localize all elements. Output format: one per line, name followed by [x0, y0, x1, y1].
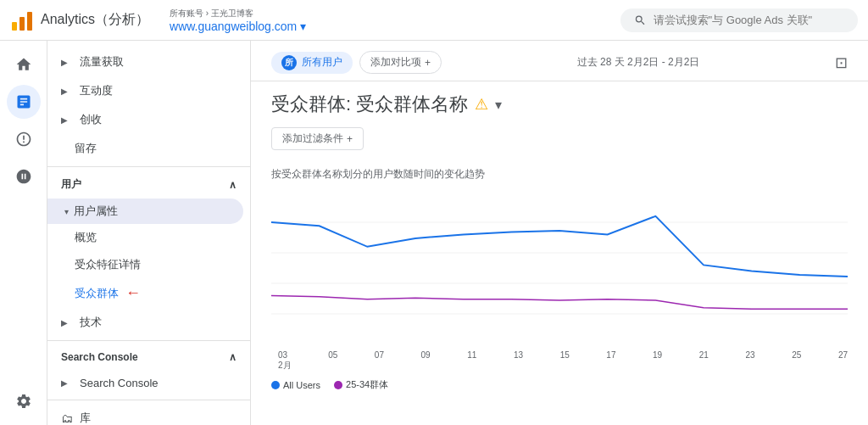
- legend-dot-segment: [334, 381, 342, 389]
- sidebar-item-engagement[interactable]: ▶ 互动度: [47, 76, 250, 105]
- user-attrs-expand-icon: ▾: [64, 207, 69, 216]
- page-title-area: 受众群体: 受众群体名称 ⚠ ▾: [251, 81, 868, 124]
- sidebar-item-search-console-label: Search Console: [80, 377, 236, 389]
- sidebar-item-library[interactable]: 🗂 库: [47, 404, 250, 425]
- sidebar-section-users[interactable]: 用户 ∧: [47, 171, 250, 199]
- chart-section: 按受众群体名称划分的用户数随时间的变化趋势: [251, 160, 868, 392]
- traffic-expand-icon: ▶: [61, 58, 68, 67]
- sidebar-divider-2: [47, 340, 250, 341]
- analytics-logo-icon: [10, 8, 34, 32]
- sidebar-item-traffic-label: 流量获取: [80, 54, 236, 70]
- sidebar-item-demographics[interactable]: 受众特征详情: [47, 251, 250, 278]
- chart-container: 032月 05 07 09 11 13 15 17 19 21 23 25 27: [271, 192, 848, 378]
- library-folder-icon: 🗂: [61, 411, 73, 425]
- advertising-nav-btn[interactable]: [7, 159, 41, 193]
- add-filter-btn[interactable]: 添加过滤条件 +: [271, 127, 364, 150]
- sidebar-item-retention-label: 留存: [61, 141, 236, 156]
- x-label-6: 13: [514, 350, 523, 372]
- sidebar-item-tech-label: 技术: [80, 315, 236, 330]
- add-compare-btn[interactable]: 添加对比项 +: [359, 51, 442, 74]
- x-label-5: 11: [467, 350, 476, 372]
- search-icon: [634, 14, 647, 27]
- sidebar-item-overview[interactable]: 概览: [47, 224, 250, 251]
- breadcrumb-domain[interactable]: www.guangweiblog.com ▾: [170, 20, 306, 33]
- sidebar-item-tech[interactable]: ▶ 技术: [47, 308, 250, 337]
- legend-dot-users: [271, 381, 280, 389]
- audiences-label: 受众群体: [75, 286, 119, 301]
- sidebar-item-traffic[interactable]: ▶ 流量获取: [47, 48, 250, 76]
- segment-label: 所有用户: [302, 55, 342, 70]
- search-console-collapse-icon: ∧: [229, 351, 236, 363]
- page-title: 受众群体: 受众群体名称 ⚠ ▾: [271, 92, 848, 117]
- app-title: Analytics（分析）: [41, 11, 149, 29]
- x-label-10: 21: [699, 350, 709, 372]
- page-title-text: 受众群体: 受众群体名称: [271, 92, 468, 117]
- date-range: 过去 28 天 2月2日 - 2月2日: [577, 55, 700, 70]
- home-nav-btn[interactable]: [7, 48, 41, 81]
- sidebar-item-library-label: 库: [80, 411, 236, 425]
- breadcrumb-area: 所有账号 › 王光卫博客 www.guangweiblog.com ▾: [170, 8, 306, 33]
- legend-all-users: All Users: [271, 378, 320, 391]
- breadcrumb-top: 所有账号 › 王光卫博客: [170, 8, 306, 20]
- reports-nav-btn[interactable]: [7, 85, 41, 119]
- content-header: 所 所有用户 添加对比项 + 过去 28 天 2月2日 - 2月2日 ⊡: [251, 41, 868, 81]
- sidebar-item-search-console[interactable]: ▶ Search Console: [47, 370, 250, 396]
- x-label-2: 05: [328, 350, 337, 372]
- x-label-3: 07: [375, 350, 384, 372]
- x-label-13: 27: [838, 350, 848, 372]
- search-input[interactable]: [654, 14, 844, 26]
- revenue-expand-icon: ▶: [61, 115, 68, 125]
- tech-expand-icon: ▶: [61, 318, 68, 327]
- filter-icon: +: [347, 133, 353, 145]
- svg-rect-1: [19, 17, 25, 31]
- user-attrs-label: 用户属性: [74, 204, 118, 219]
- explore-nav-btn[interactable]: [7, 122, 41, 156]
- logo-area: Analytics（分析）: [10, 8, 149, 32]
- legend-label-users: All Users: [283, 380, 320, 390]
- users-section-label: 用户: [61, 177, 81, 192]
- x-label-1: 032月: [278, 350, 292, 372]
- legend-segment: 25-34群体: [334, 378, 388, 391]
- edit-report-btn[interactable]: ⊡: [835, 53, 848, 72]
- domain-dropdown-icon[interactable]: ▾: [300, 20, 306, 33]
- engagement-expand-icon: ▶: [61, 87, 68, 96]
- chart-svg: [271, 192, 848, 344]
- nav-icons: [0, 41, 47, 425]
- x-label-4: 09: [421, 350, 431, 372]
- users-collapse-icon: ∧: [229, 179, 236, 191]
- sidebar-item-retention[interactable]: 留存: [47, 134, 250, 163]
- filter-row: 添加过滤条件 +: [251, 124, 868, 160]
- filter-label: 添加过滤条件: [282, 131, 343, 146]
- chart-line-segment: [271, 295, 848, 309]
- sidebar-section-search-console[interactable]: Search Console ∧: [47, 344, 250, 370]
- settings-nav-btn[interactable]: [7, 384, 41, 418]
- chart-line-users: [271, 216, 848, 277]
- title-dropdown-icon[interactable]: ▾: [495, 97, 502, 113]
- sidebar-item-revenue[interactable]: ▶ 创收: [47, 105, 250, 134]
- legend-label-segment: 25-34群体: [346, 378, 388, 391]
- top-header: Analytics（分析） 所有账号 › 王光卫博客 www.guangweib…: [0, 0, 868, 41]
- x-label-11: 23: [745, 350, 754, 372]
- main-body: ▶ 流量获取 ▶ 互动度 ▶ 创收 留存 用户 ∧ ▾ 用户属性 概览 受众特征…: [0, 41, 868, 425]
- sidebar-divider-1: [47, 166, 250, 167]
- sidebar-item-audiences[interactable]: 受众群体 ←: [47, 278, 250, 308]
- svg-rect-0: [12, 22, 17, 31]
- sidebar-divider-3: [47, 400, 250, 400]
- svg-rect-2: [27, 12, 32, 31]
- segment-avatar: 所: [281, 55, 297, 70]
- search-console-expand-icon: ▶: [61, 378, 68, 388]
- content-area: 所 所有用户 添加对比项 + 过去 28 天 2月2日 - 2月2日 ⊡ 受众群…: [251, 41, 868, 425]
- warning-icon: ⚠: [475, 95, 488, 114]
- search-console-section-label: Search Console: [61, 351, 138, 363]
- x-label-7: 15: [560, 350, 570, 372]
- search-box[interactable]: [620, 8, 858, 32]
- add-compare-label: 添加对比项: [370, 55, 421, 70]
- sidebar-item-engagement-label: 互动度: [80, 83, 236, 98]
- x-label-8: 17: [606, 350, 615, 372]
- segment-chip[interactable]: 所 所有用户: [271, 52, 353, 74]
- sidebar-subsection-user-attrs[interactable]: ▾ 用户属性: [47, 199, 243, 224]
- audiences-arrow-icon: ←: [125, 284, 141, 302]
- chart-x-axis: 032月 05 07 09 11 13 15 17 19 21 23 25 27: [271, 350, 848, 372]
- chart-legend: All Users 25-34群体: [271, 378, 848, 391]
- add-compare-icon: +: [425, 57, 431, 69]
